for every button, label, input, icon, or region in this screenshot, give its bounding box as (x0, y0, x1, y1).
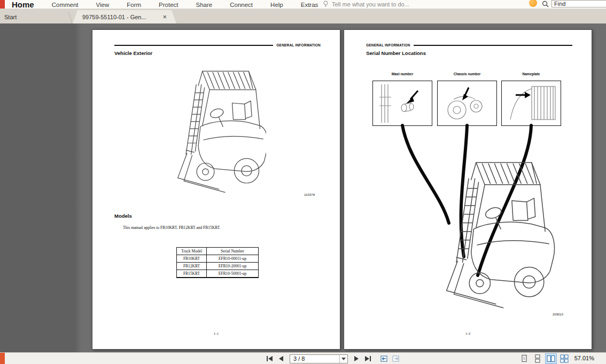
first-page-button[interactable] (264, 354, 275, 363)
figure-number: 103378 (304, 193, 315, 196)
statusbar: 57.01% (0, 352, 606, 364)
section-title: Serial Number Locations (366, 50, 426, 56)
header-rule (414, 45, 572, 46)
models-paragraph: This manual applies to FB10KRT, FB12KRT … (123, 225, 221, 230)
page-layout-controls (519, 354, 570, 363)
last-page-button[interactable] (363, 354, 374, 363)
table-cell: FB10KRT (177, 255, 207, 263)
menu-share[interactable]: Share (196, 1, 213, 9)
continuous-page-icon (533, 354, 542, 363)
menu-extras[interactable]: Extras (301, 1, 318, 9)
next-page-icon (353, 355, 360, 362)
pdf-page-left: GENERAL INFORMATION Vehicle Exterior 103… (92, 29, 340, 350)
statusbar-corner-badge (0, 353, 5, 364)
model-serial-table: Truck Model Serial Number FB10KRT EFB10-… (176, 247, 259, 278)
page-field (290, 354, 348, 363)
menubar: Home Comment View Form Protect Share Con… (0, 0, 606, 9)
next-view-button[interactable] (391, 354, 401, 363)
mast-detail-illustration (373, 81, 432, 125)
menu-help[interactable]: Help (270, 1, 283, 9)
header-text: GENERAL INFORMATION (276, 43, 321, 47)
tab-start[interactable]: Start (0, 11, 71, 23)
pdf-page-right: GENERAL INFORMATION Serial Number Locati… (344, 29, 592, 350)
thumb-label-mast: Mast number (372, 72, 432, 76)
previous-page-button[interactable] (276, 354, 286, 363)
first-page-icon (266, 355, 273, 362)
menu-items: Home Comment View Form Protect Share Con… (12, 0, 318, 9)
thumb-label-nameplate: Nameplate (501, 72, 561, 76)
chassis-detail-illustration (438, 81, 496, 125)
single-page-icon (520, 354, 529, 363)
last-page-icon (364, 355, 372, 362)
previous-page-icon (278, 355, 284, 362)
tell-me-label: Tell me what you want to do... (332, 1, 409, 7)
menu-connect[interactable]: Connect (230, 1, 253, 9)
tab-document-label: 99759-55110-01 - Gen... (82, 14, 146, 20)
nameplate-detail-illustration (502, 81, 561, 125)
app-logo-icon[interactable] (529, 0, 537, 7)
facing-continuous-icon (560, 354, 569, 363)
page-number: 1-1 (92, 331, 340, 336)
next-page-button[interactable] (351, 354, 362, 363)
page-header-left: GENERAL INFORMATION (114, 43, 321, 47)
table-cell: EFB10-00011-up (207, 255, 259, 263)
next-view-icon (392, 355, 400, 362)
section-title: Vehicle Exterior (114, 50, 152, 56)
table-row: FB15KRT EFB10-50001-up (177, 270, 259, 278)
table-header-row: Truck Model Serial Number (177, 248, 259, 255)
facing-view-button[interactable] (546, 354, 556, 363)
lightbulb-icon (323, 1, 329, 7)
figure-number: 209010 (553, 313, 563, 316)
app-corner-strip (0, 0, 5, 9)
table-cell: FB15KRT (177, 270, 207, 278)
close-tab-button[interactable]: × (161, 13, 168, 20)
find-input[interactable] (551, 0, 606, 7)
table-cell: FB12KRT (177, 263, 207, 270)
single-page-view-button[interactable] (519, 354, 530, 363)
table-row: FB12KRT EFB10-20001-up (177, 263, 259, 270)
chevron-down-icon (341, 358, 346, 360)
header-rule (114, 45, 273, 46)
menu-form[interactable]: Form (127, 1, 141, 9)
previous-view-icon (380, 355, 389, 362)
models-heading: Models (114, 213, 132, 219)
document-canvas[interactable]: GENERAL INFORMATION Vehicle Exterior 103… (0, 23, 606, 352)
page-navigation (264, 354, 401, 363)
thumb-chassis-number (437, 81, 497, 126)
menu-home[interactable]: Home (12, 1, 34, 9)
table-cell: EFB10-20001-up (207, 263, 259, 270)
tab-document[interactable]: 99759-55110-01 - Gen... × (73, 10, 176, 23)
menu-comment[interactable]: Comment (52, 1, 79, 9)
thumb-label-chassis: Chassis number (437, 72, 497, 76)
menu-protect[interactable]: Protect (159, 1, 178, 9)
tabbar: Start 99759-55110-01 - Gen... × (0, 9, 606, 23)
facing-continuous-view-button[interactable] (559, 354, 570, 363)
continuous-view-button[interactable] (532, 354, 543, 363)
header-text: GENERAL INFORMATION (366, 43, 410, 47)
forklift-illustration (395, 153, 566, 313)
facing-pages-icon (547, 354, 555, 363)
table-header-cell: Truck Model (177, 248, 207, 255)
menu-view[interactable]: View (96, 1, 110, 9)
zoom-level[interactable]: 57.01% (574, 355, 594, 361)
tab-start-label: Start (4, 14, 17, 20)
page-number: 1-2 (344, 331, 592, 336)
previous-view-button[interactable] (379, 354, 390, 363)
page-header-right: GENERAL INFORMATION (366, 43, 572, 47)
forklift-illustration (146, 63, 266, 196)
table-header-cell: Serial Number (207, 248, 259, 255)
thumb-mast-number (372, 81, 432, 126)
table-cell: EFB10-50001-up (207, 270, 259, 278)
search-icon (542, 1, 549, 7)
find-area (542, 0, 606, 7)
page-number-input[interactable] (290, 355, 339, 363)
thumb-nameplate (501, 81, 561, 126)
table-row: FB10KRT EFB10-00011-up (177, 255, 259, 263)
tell-me-box[interactable]: Tell me what you want to do... (323, 1, 409, 7)
page-dropdown-button[interactable] (339, 355, 347, 363)
